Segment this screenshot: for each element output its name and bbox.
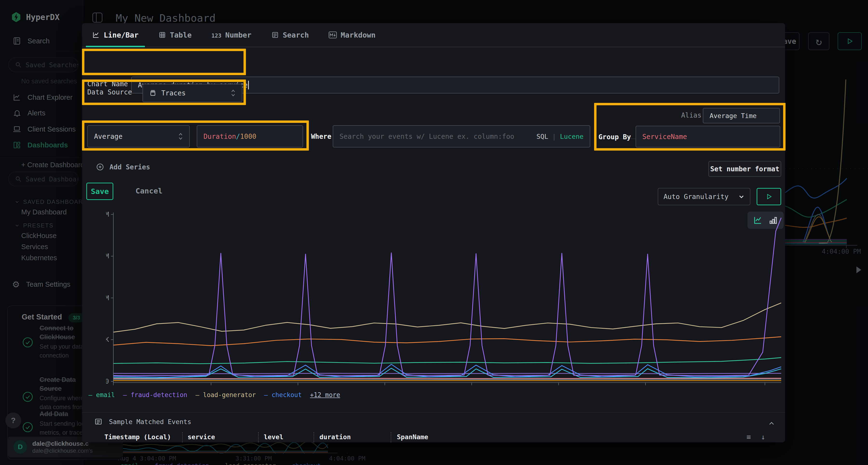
granularity-select[interactable]: Auto Granularity [658, 188, 750, 205]
x-tick-label: 3:29:00 PM [365, 387, 405, 388]
language-toggle[interactable]: SQL | Lucene [536, 133, 584, 140]
x-tick-label: 3:45:00 PM [539, 387, 578, 388]
chart-legend: — email— fraud-detection— load-generator… [89, 391, 340, 399]
highlight-chart-name [82, 49, 246, 75]
y-tick-label: 0 [106, 377, 109, 385]
tab-table[interactable]: Table [157, 23, 193, 47]
column-resize-handle[interactable] [313, 432, 314, 442]
y-tick-label: 2M [106, 210, 109, 218]
column-header-service: service [188, 433, 215, 441]
where-search-input[interactable]: Search your events w/ Lucene ex. column:… [333, 125, 590, 147]
series-unnamed [113, 368, 781, 378]
chevron-up-icon[interactable] [768, 420, 775, 427]
markdown-icon [329, 31, 337, 38]
tab-number[interactable]: 123Number [210, 23, 253, 47]
tab-markdown[interactable]: Markdown [327, 23, 377, 47]
123-icon: 123 [212, 31, 222, 39]
x-tick-label: 3:21:00 PM [278, 387, 317, 388]
x-tick-label: 3:13:00 PM [191, 387, 231, 388]
cancel-button[interactable]: Cancel [135, 187, 162, 195]
series-unnamed [113, 373, 781, 373]
chevron-down-icon [738, 194, 745, 200]
where-placeholder: Search your events w/ Lucene ex. column:… [340, 133, 514, 140]
highlight-data-source [82, 79, 246, 105]
run-query-button[interactable] [756, 188, 781, 205]
x-tick-label: 3:53:00 PM [626, 387, 665, 388]
legend-item-load-generator[interactable]: — load-generator [195, 391, 256, 399]
highlight-group-by [594, 103, 785, 151]
legend-item-email[interactable]: — email [89, 391, 115, 399]
series-unnamed [113, 337, 781, 346]
tab-search[interactable]: Search [270, 23, 310, 47]
add-series-button[interactable]: Add Series [96, 163, 150, 171]
column-header-duration: duration [319, 433, 351, 441]
y-tick-label: 1M [106, 294, 109, 302]
where-label: Where [311, 133, 331, 140]
legend-item-fraud-detection[interactable]: — fraud-detection [123, 391, 187, 399]
highlight-aggregation [82, 121, 309, 151]
table-icon [158, 31, 166, 39]
tab-line-bar[interactable]: Line/Bar [91, 23, 140, 47]
sort-icon[interactable]: ≡ [746, 433, 751, 441]
list-icon [271, 31, 279, 39]
y-tick-label: 1.5M [106, 252, 109, 260]
chart-type-tabs: Line/BarTable123NumberSearchMarkdown [82, 23, 785, 47]
sql-toggle[interactable]: SQL [536, 133, 548, 140]
sample-events-header[interactable]: Sample Matched Events [94, 418, 191, 426]
lucene-toggle[interactable]: Lucene [560, 133, 584, 140]
column-header-spanname: SpanName [397, 433, 428, 441]
legend-item-checkout[interactable]: — checkout [264, 391, 302, 399]
text-cursor [248, 81, 249, 89]
list-icon [94, 418, 102, 426]
column-header-level: level [264, 433, 283, 441]
legend-more-link[interactable]: +12 more [310, 391, 340, 399]
y-tick-label: 500K [106, 336, 109, 343]
column-resize-handle[interactable] [391, 432, 391, 442]
x-tick-label: 3:37:00 PM [452, 387, 491, 388]
series-email [113, 358, 781, 364]
divider [82, 412, 785, 413]
chart-canvas[interactable]: 0500K1M1.5M2MAug 4 3:04:00 PM3:13:00 PM3… [106, 210, 784, 388]
line-chart-icon [92, 31, 100, 39]
x-tick-label: Aug 4 3:04:00 PM [106, 387, 169, 388]
series-load-generator [113, 303, 781, 332]
column-resize-handle[interactable] [182, 432, 183, 442]
column-header-timestamp-local-: Timestamp (Local) [104, 433, 171, 441]
series-fraud-detection [113, 218, 781, 376]
play-icon [766, 193, 772, 200]
download-icon[interactable]: ↓ [761, 433, 765, 441]
x-tick-label: 4:04:00 PM [745, 387, 784, 388]
set-number-format-button[interactable]: Set number format [708, 161, 781, 177]
series-unnamed [113, 378, 781, 379]
column-resize-handle[interactable] [258, 432, 259, 442]
save-button[interactable]: Save [86, 182, 113, 200]
plus-circle-icon [96, 163, 104, 171]
